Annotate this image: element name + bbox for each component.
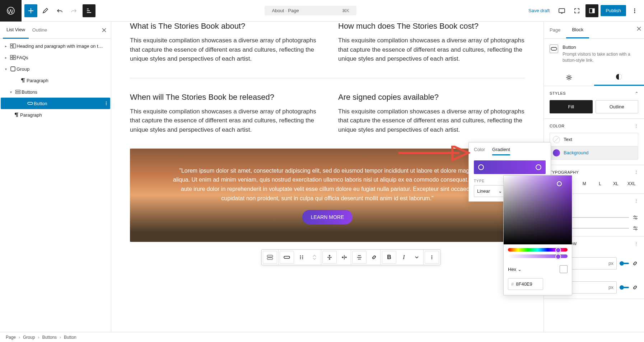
more-icon[interactable] (104, 101, 109, 106)
chevron-up-icon[interactable]: ⌃ (635, 91, 639, 96)
align-button[interactable] (322, 251, 337, 264)
border-slider[interactable] (620, 263, 629, 264)
svg-rect-11 (13, 55, 15, 57)
italic-button[interactable]: I (397, 250, 410, 265)
crumb-buttons[interactable]: Buttons (42, 335, 57, 340)
width-button[interactable] (338, 250, 351, 265)
color-background-button[interactable]: Background (550, 146, 638, 159)
justify-button[interactable] (352, 251, 367, 264)
faq-heading: How much does The Stories Book cost? (338, 22, 525, 31)
chevron-down-icon[interactable]: ▾ (2, 67, 9, 71)
gradient-preview[interactable] (474, 160, 546, 174)
format-select[interactable]: Hex⌄ (508, 267, 522, 272)
size-xl[interactable]: XL (609, 179, 622, 188)
parent-block-button[interactable] (263, 251, 277, 264)
chevron-right-icon[interactable]: ▸ (2, 44, 9, 48)
options-button[interactable] (628, 4, 641, 17)
close-panel-button[interactable] (100, 26, 108, 34)
tree-item-group[interactable]: ▾ Group (1, 63, 110, 75)
more-icon[interactable]: ⋮ (634, 124, 639, 128)
tree-item-faqs[interactable]: ▸ FAQs (1, 52, 110, 63)
view-button[interactable] (555, 4, 568, 17)
link-icon[interactable] (632, 284, 638, 291)
gradient-type-select[interactable]: Linear ⌄ (474, 185, 505, 197)
block-type-button[interactable] (280, 251, 294, 264)
add-block-button[interactable] (24, 4, 37, 17)
svg-rect-10 (10, 55, 13, 57)
crumb-group[interactable]: Group (23, 335, 35, 340)
crumb-button[interactable]: Button (64, 335, 76, 340)
tree-item-paragraph[interactable]: Paragraph (1, 75, 110, 86)
tree-item-buttons[interactable]: ▾ Buttons (1, 86, 110, 98)
color-cursor[interactable] (557, 181, 562, 186)
size-m[interactable]: M (578, 179, 591, 188)
more-formatting-button[interactable] (410, 250, 423, 265)
faq-item[interactable]: How much does The Stories Book cost?This… (338, 22, 525, 64)
paragraph-icon (13, 112, 20, 118)
close-settings-button[interactable] (636, 26, 642, 32)
bold-button[interactable]: B (382, 251, 396, 264)
svg-point-4 (634, 8, 635, 9)
cover-block[interactable]: "Lorem ipsum dolor sit amet, consectetur… (130, 149, 525, 242)
redo-button[interactable] (67, 4, 80, 17)
document-overview-button[interactable] (83, 4, 95, 17)
outline-tab[interactable]: Outline (29, 22, 51, 39)
drag-handle[interactable] (295, 250, 308, 265)
svg-rect-7 (10, 44, 13, 45)
tree-item-heading[interactable]: ▸ Heading and paragraph with image on t… (1, 40, 110, 52)
svg-rect-14 (11, 67, 15, 71)
fullscreen-button[interactable] (570, 4, 583, 17)
save-draft-button[interactable]: Save draft (525, 8, 553, 13)
settings-icon[interactable] (633, 225, 638, 231)
hue-slider[interactable] (508, 248, 568, 252)
faq-body: This exquisite compilation showcases a d… (130, 107, 317, 135)
faq-item[interactable]: Are signed copies available?This exquisi… (338, 93, 525, 135)
svg-point-6 (634, 12, 635, 13)
alpha-slider[interactable] (508, 254, 568, 258)
eyedropper-button[interactable] (560, 265, 568, 273)
move-button[interactable] (308, 250, 321, 265)
block-tab[interactable]: Block (566, 22, 589, 38)
chevron-down-icon: ⌄ (498, 188, 502, 194)
radius-slider[interactable] (620, 287, 629, 288)
settings-tab[interactable] (544, 69, 594, 86)
gradient-stop[interactable] (478, 164, 484, 170)
chevron-down-icon[interactable]: ▾ (7, 90, 14, 94)
gradient-stop[interactable] (536, 164, 541, 170)
styles-tab[interactable] (594, 69, 644, 86)
edit-button[interactable] (39, 4, 52, 17)
document-title[interactable]: About · Page ⌘K (265, 6, 356, 15)
svg-rect-16 (15, 92, 20, 94)
more-icon[interactable]: ⋮ (634, 242, 639, 246)
faq-item[interactable]: When will The Stories Book be released?T… (130, 93, 317, 135)
style-fill-button[interactable]: Fill (550, 100, 593, 113)
link-icon[interactable] (632, 260, 638, 267)
chevron-right-icon[interactable]: ▸ (2, 56, 9, 60)
settings-icon[interactable] (633, 215, 638, 220)
learn-more-button[interactable]: LEARN MORE (302, 210, 353, 224)
undo-button[interactable] (53, 4, 66, 17)
gradient-tab[interactable]: Gradient (492, 147, 510, 155)
block-options-button[interactable] (425, 251, 439, 264)
size-l[interactable]: L (593, 179, 607, 188)
more-icon[interactable]: ⋮ (634, 199, 639, 203)
color-text-button[interactable]: Text (550, 133, 638, 146)
list-view-tab[interactable]: List View (3, 22, 29, 39)
tree-item-paragraph[interactable]: Paragraph (1, 109, 110, 121)
publish-button[interactable]: Publish (601, 5, 626, 16)
settings-panel-toggle[interactable] (585, 4, 598, 17)
crumb-page[interactable]: Page (6, 335, 16, 340)
faq-item[interactable]: What is The Stories Book about?This exqu… (130, 22, 317, 64)
saturation-area[interactable] (504, 175, 572, 244)
page-tab[interactable]: Page (544, 22, 566, 38)
link-button[interactable] (368, 250, 381, 265)
tree-item-button[interactable]: Button (1, 98, 110, 109)
svg-point-41 (634, 226, 635, 228)
more-icon[interactable]: ⋮ (634, 170, 639, 175)
wordpress-logo[interactable] (0, 0, 22, 22)
style-outline-button[interactable]: Outline (596, 100, 639, 113)
size-xxl[interactable]: XXL (625, 179, 638, 188)
color-tab[interactable]: Color (474, 147, 485, 155)
hex-input[interactable]: #8F40E9 (508, 278, 543, 290)
quote-text[interactable]: "Lorem ipsum dolor sit amet, consectetur… (173, 166, 482, 203)
